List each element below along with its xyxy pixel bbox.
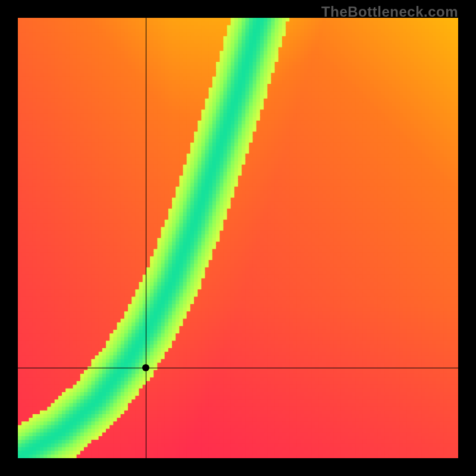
chart-container: TheBottleneck.com bbox=[0, 0, 476, 476]
bottleneck-heatmap bbox=[18, 18, 458, 458]
